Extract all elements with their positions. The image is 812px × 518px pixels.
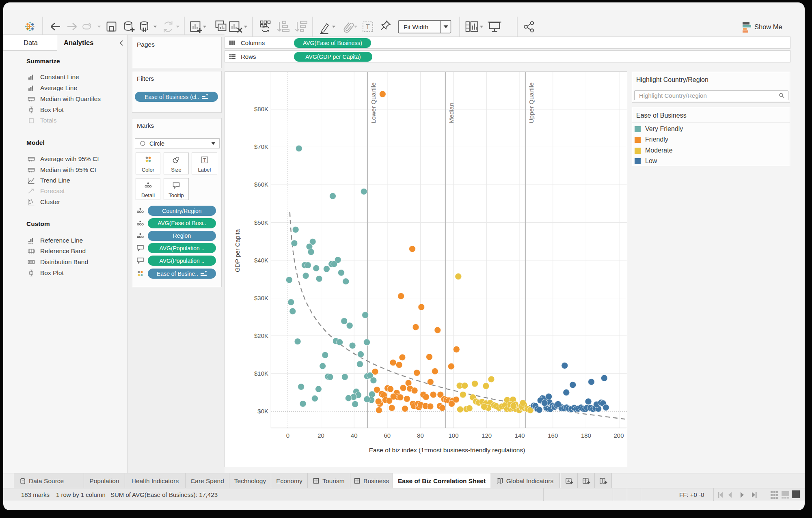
svg-text:T: T (203, 157, 206, 163)
svg-text:160: 160 (548, 432, 558, 439)
svg-text:T: T (366, 24, 370, 30)
svg-text:0: 0 (286, 432, 289, 439)
svg-text:Upper Quartile: Upper Quartile (528, 82, 535, 123)
svg-text:$30K: $30K (254, 294, 268, 301)
svg-text:120: 120 (482, 432, 492, 439)
svg-text:20: 20 (317, 432, 324, 439)
svg-text:$70K: $70K (254, 143, 268, 150)
svg-text:$40K: $40K (254, 257, 268, 264)
svg-text:60: 60 (384, 432, 391, 439)
svg-text:GDP per Capita: GDP per Capita (234, 229, 241, 272)
svg-text:$80K: $80K (254, 105, 268, 112)
svg-text:80: 80 (417, 432, 424, 439)
svg-text:Ease of biz index (1=most busi: Ease of biz index (1=most business-frien… (369, 447, 525, 454)
svg-text:Median: Median (448, 103, 455, 123)
svg-text:Fit Width: Fit Width (404, 24, 428, 30)
svg-text:$60K: $60K (254, 181, 268, 188)
svg-text:100: 100 (448, 432, 458, 439)
svg-text:$50K: $50K (254, 219, 268, 226)
svg-text:$0K: $0K (257, 408, 268, 415)
svg-text:180: 180 (581, 432, 591, 439)
svg-text:200: 200 (613, 432, 624, 439)
svg-text:40: 40 (351, 432, 358, 439)
svg-text:140: 140 (515, 432, 525, 439)
svg-text:Show Me: Show Me (754, 23, 782, 30)
svg-text:$20K: $20K (254, 332, 268, 339)
svg-text:Lower Quartile: Lower Quartile (370, 82, 377, 123)
svg-text:$10K: $10K (254, 370, 268, 377)
